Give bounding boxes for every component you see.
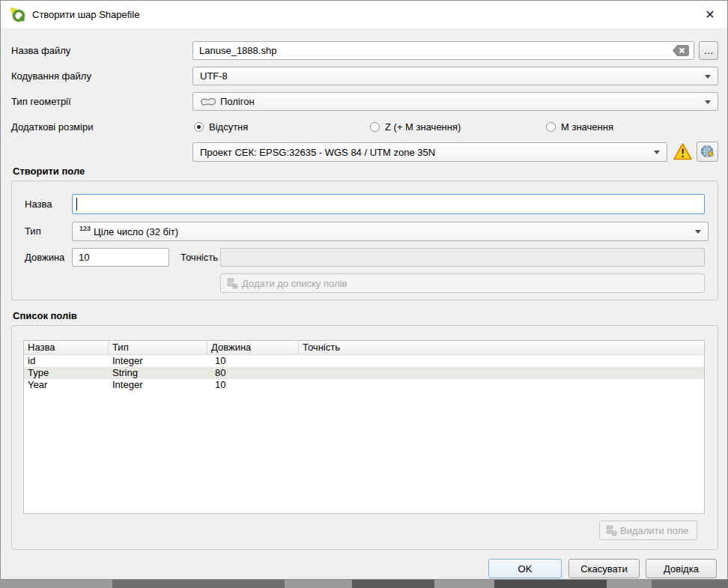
radio-dimension-m[interactable]: M значення <box>546 121 613 133</box>
close-icon[interactable]: ✕ <box>693 1 727 29</box>
field-type-select[interactable]: 123 Ціле число (32 біт) <box>72 222 709 241</box>
table-row[interactable]: id Integer 10 <box>24 355 704 367</box>
field-name-label: Назва <box>25 195 52 213</box>
field-length-label: Довжина <box>25 248 64 267</box>
browse-button[interactable]: … <box>699 41 718 60</box>
desktop-background <box>0 580 728 588</box>
column-header-length: Довжина <box>207 341 299 354</box>
cell-precision <box>299 367 704 379</box>
window-title: Створити шар Shapefile <box>32 1 139 29</box>
radio-dimension-z[interactable]: Z (+ M значення) <box>370 121 461 133</box>
field-name-input[interactable] <box>72 194 705 214</box>
crs-value: Проект СЕК: EPSG:32635 - WGS 84 / UTM zo… <box>200 147 435 158</box>
field-type-value: Ціле число (32 біт) <box>94 226 178 237</box>
chevron-down-icon <box>705 100 711 104</box>
cell-length: 10 <box>207 379 299 391</box>
chevron-down-icon <box>695 230 701 234</box>
geometry-type-label: Тип геометрії <box>11 92 71 111</box>
crs-picker-button[interactable] <box>697 142 718 162</box>
cancel-button[interactable]: Скасувати <box>568 559 640 578</box>
cell-length: 10 <box>207 355 299 367</box>
cell-precision <box>299 379 704 391</box>
remove-field-button[interactable]: Видалити поле <box>599 521 697 540</box>
ok-button[interactable]: OK <box>488 559 562 578</box>
encoding-select[interactable]: UTF-8 <box>192 67 718 85</box>
column-header-name: Назва <box>24 341 109 354</box>
cell-name: Year <box>24 379 109 391</box>
title-bar: Створити шар Shapefile ✕ <box>1 1 727 29</box>
encoding-value: UTF-8 <box>200 70 228 82</box>
crs-select[interactable]: Проект СЕК: EPSG:32635 - WGS 84 / UTM zo… <box>192 142 667 162</box>
text-caret <box>76 198 77 210</box>
radio-label: Z (+ M значення) <box>385 121 461 133</box>
cell-type: Integer <box>109 355 207 367</box>
integer-type-icon: 123 <box>79 225 91 232</box>
chevron-down-icon <box>705 75 711 79</box>
add-field-label: Додати до списку полів <box>242 278 347 289</box>
screenshot: Створити шар Shapefile ✕ Назва файлу … К… <box>0 0 728 588</box>
radio-icon <box>546 122 556 132</box>
clear-text-icon[interactable] <box>672 44 690 57</box>
column-header-precision: Точність <box>299 341 704 354</box>
remove-field-icon <box>606 525 617 536</box>
filename-label: Назва файлу <box>11 41 70 60</box>
polygon-icon <box>200 97 216 106</box>
table-row[interactable]: Type String 80 <box>24 367 704 379</box>
add-field-icon <box>227 278 238 289</box>
add-field-button[interactable]: Додати до списку полів <box>220 273 705 293</box>
help-button[interactable]: Довідка <box>646 559 717 578</box>
geometry-type-value: Полігон <box>220 96 255 107</box>
radio-dimension-none[interactable]: Відсутня <box>194 121 248 133</box>
fields-table: Назва Тип Довжина Точність id Integer 10… <box>23 340 705 514</box>
column-header-type: Тип <box>109 341 207 354</box>
field-type-label: Тип <box>25 222 41 240</box>
crs-warning-icon <box>673 142 693 161</box>
cell-type: String <box>109 367 207 379</box>
filename-input[interactable] <box>192 41 694 60</box>
globe-crs-icon <box>700 145 715 159</box>
geometry-type-select[interactable]: Полігон <box>192 92 718 111</box>
fields-list-group-title: Список полів <box>13 310 77 321</box>
cell-name: id <box>24 355 109 367</box>
table-row[interactable]: Year Integer 10 <box>24 379 704 391</box>
cell-length: 80 <box>207 367 299 379</box>
chevron-down-icon <box>654 151 660 154</box>
radio-icon <box>194 122 204 132</box>
new-field-group-title: Створити поле <box>13 166 85 177</box>
dimensions-label: Додаткові розміри <box>11 118 93 136</box>
cell-precision <box>299 355 704 367</box>
radio-label: Відсутня <box>209 121 248 133</box>
fields-table-header: Назва Тип Довжина Точність <box>24 341 704 355</box>
qgis-logo-icon <box>10 7 26 23</box>
cell-type: Integer <box>109 379 207 391</box>
field-precision-label: Точність <box>181 248 218 267</box>
field-precision-input[interactable] <box>220 248 705 267</box>
create-shapefile-dialog: Створити шар Shapefile ✕ Назва файлу … К… <box>0 0 728 580</box>
radio-icon <box>370 122 380 132</box>
remove-field-label: Видалити поле <box>620 525 688 536</box>
radio-label: M значення <box>561 121 613 133</box>
encoding-label: Кодування файлу <box>11 67 91 85</box>
field-length-input[interactable] <box>72 248 169 267</box>
cell-name: Type <box>24 367 109 379</box>
